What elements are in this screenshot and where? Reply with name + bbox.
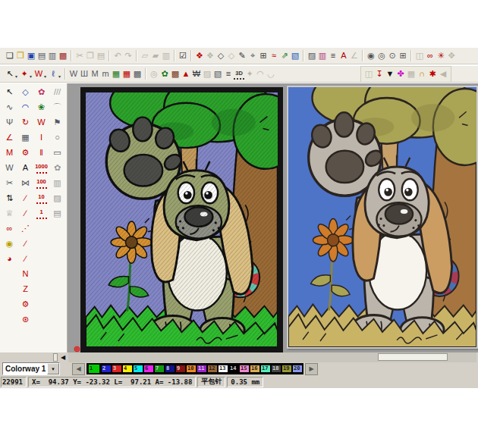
reference-artwork-image[interactable] xyxy=(288,87,476,347)
updown-travel-icon[interactable]: ⇅ xyxy=(5,192,15,205)
print-preview-icon[interactable]: ▥ xyxy=(47,49,58,62)
duplicate-pair-icon[interactable]: ✳ xyxy=(436,49,446,62)
rotate-tool-icon[interactable]: ↻ xyxy=(20,116,31,129)
scrollbar-track[interactable] xyxy=(68,352,476,362)
run-stitch-b-icon[interactable]: ∕ xyxy=(20,207,31,220)
tatami-fill-red-icon[interactable]: ▦ xyxy=(121,67,132,80)
insert-image-icon[interactable]: ▧ xyxy=(290,49,300,62)
parallel-column-icon[interactable]: ‖ xyxy=(36,146,47,159)
triple-run-icon[interactable]: ⋰ xyxy=(20,222,31,235)
chart-tool-icon[interactable]: ⇗ xyxy=(279,49,290,62)
needle-point-icon[interactable]: ↧ xyxy=(374,67,385,80)
hoop-right-icon[interactable]: ⊙ xyxy=(387,49,398,62)
contour-lines-icon[interactable]: ≡ xyxy=(223,67,234,80)
tie-off-knot-icon[interactable]: ✤ xyxy=(395,67,406,80)
run-stitch-d-icon[interactable]: ∕ xyxy=(20,252,31,265)
palette-chip-4[interactable]: 4 xyxy=(122,365,133,373)
hatch-lines-icon[interactable]: /// xyxy=(52,86,63,99)
hoop-left-icon[interactable]: ◉ xyxy=(366,49,376,62)
palette-chip-20[interactable]: 20 xyxy=(292,365,303,373)
reshape-object-icon[interactable]: ◇ xyxy=(20,86,31,99)
new-file-icon[interactable]: ❏ xyxy=(5,49,15,62)
reference-artwork-frame[interactable] xyxy=(287,86,478,349)
three-d-mode-icon[interactable]: 3D xyxy=(234,68,244,80)
zigzag-narrow-icon[interactable]: W xyxy=(68,67,79,80)
reshape-tool-dropdown-icon[interactable]: ▾ xyxy=(30,74,32,79)
design-canvas[interactable]: ⊕ xyxy=(68,83,478,352)
density-1-icon[interactable]: 1 xyxy=(36,208,47,219)
texture-fill-icon[interactable]: ▧ xyxy=(212,67,223,80)
input-stitch-dropdown-icon[interactable]: ▾ xyxy=(44,74,46,79)
mirror-tool-icon[interactable]: ⋈ xyxy=(20,177,31,190)
color-film-icon[interactable]: ✱ xyxy=(427,67,438,80)
palette-chip-18[interactable]: 18 xyxy=(271,365,281,373)
pen-tool-icon[interactable]: ✎ xyxy=(237,49,247,62)
list-panel-icon[interactable]: ▤ xyxy=(52,207,63,220)
palette-scroll-left-icon[interactable]: ◀ xyxy=(72,363,85,375)
grid-toggle-icon[interactable]: ⊞ xyxy=(258,49,269,62)
lips-shape-icon[interactable]: ∞ xyxy=(5,222,15,235)
palette-chip-6[interactable]: 6 xyxy=(143,365,154,373)
export-design-icon[interactable]: ▩ xyxy=(58,49,68,62)
gear-pair-icon[interactable]: ⚙ xyxy=(20,298,31,311)
run-stitch-a-icon[interactable]: ∕ xyxy=(20,192,31,205)
palette-chip-3[interactable]: 3 xyxy=(112,365,122,373)
mw-stitch-icon[interactable]: M xyxy=(5,146,15,159)
z-stitch-icon[interactable]: Z xyxy=(20,283,31,296)
knife-tool-icon[interactable]: ◕ xyxy=(5,252,15,265)
design-grid-icon[interactable]: ▦ xyxy=(20,131,31,144)
palette-chip-2[interactable]: 2 xyxy=(101,365,112,373)
palette-chip-7[interactable]: 7 xyxy=(154,365,165,373)
mirror-merge-icon[interactable]: ∞ xyxy=(425,49,436,62)
palette-chip-12[interactable]: 12 xyxy=(207,365,218,373)
reshape-tool-icon[interactable]: ✦ xyxy=(19,67,30,80)
palette-chip-9[interactable]: 9 xyxy=(175,365,186,373)
run-stitch-c-icon[interactable]: ∕ xyxy=(20,237,31,250)
trim-scissors-icon[interactable]: ✂ xyxy=(5,177,15,190)
leaf-stitch-icon[interactable]: ✿ xyxy=(159,67,170,80)
palette-chip-16[interactable]: 16 xyxy=(250,365,260,373)
zigzag-input-icon[interactable]: W xyxy=(36,116,47,129)
branch-tool-icon[interactable]: Ψ xyxy=(5,116,15,129)
stitch-wave-icon[interactable]: ≈ xyxy=(269,49,279,62)
palette-chip-8[interactable]: 8 xyxy=(165,365,175,373)
chevron-down-icon[interactable]: ▼ xyxy=(47,363,59,374)
palette-chip-1[interactable]: 1 xyxy=(87,363,101,374)
lettering-a-icon[interactable]: A xyxy=(20,161,31,174)
columns-gray-icon[interactable]: ▥ xyxy=(52,177,63,190)
palette-chip-14[interactable]: 14 xyxy=(228,365,239,373)
open-file-icon[interactable]: ❒ xyxy=(15,49,26,62)
scrollbar-thumb[interactable] xyxy=(378,353,448,361)
wq-stitch-icon[interactable]: W xyxy=(5,161,15,174)
hoop-center-icon[interactable]: ◎ xyxy=(376,49,387,62)
ellipse-tool-icon[interactable]: ○ xyxy=(52,131,63,144)
object-list-icon[interactable]: ≡ xyxy=(328,49,338,62)
dome-shape-icon[interactable]: ◠ xyxy=(20,101,31,114)
palette-chip-19[interactable]: 19 xyxy=(281,365,292,373)
palette-chip-15[interactable]: 15 xyxy=(239,365,250,373)
motif-fill-icon[interactable]: ▩ xyxy=(132,67,143,80)
select-tool-dropdown-icon[interactable]: ▾ xyxy=(15,74,17,79)
column-input-icon[interactable]: I xyxy=(36,131,47,144)
n-stitch-icon[interactable]: N xyxy=(20,268,31,280)
diagonal-fill-icon[interactable]: ▨ xyxy=(52,192,63,205)
palette-chip-13[interactable]: 13 xyxy=(218,365,228,373)
thread-colors-icon[interactable]: ▥ xyxy=(317,49,328,62)
colorway-select[interactable]: Colorway 1 ▼ xyxy=(2,362,60,375)
hoop-layout-icon[interactable]: ⊞ xyxy=(398,49,408,62)
freehand-select-icon[interactable]: ∿ xyxy=(5,101,15,114)
stitched-design-image[interactable] xyxy=(86,92,278,347)
angle-stitch-icon[interactable]: ∠ xyxy=(5,131,15,144)
palette-scroll-right-icon[interactable]: ▶ xyxy=(305,363,318,375)
outline-shape-icon[interactable]: ◇ xyxy=(215,49,226,62)
arc-tool-icon[interactable]: ⌒ xyxy=(52,101,63,114)
select-tool-icon[interactable]: ↖ xyxy=(5,67,15,80)
zigzag-wide-icon[interactable]: Ш xyxy=(79,67,90,80)
gear-wheel-icon[interactable]: ⊛ xyxy=(20,313,31,326)
palette-chip-11[interactable]: 11 xyxy=(197,365,207,373)
palette-chip-10[interactable]: 10 xyxy=(186,365,197,373)
line-tool-dropdown-icon[interactable]: ▾ xyxy=(58,74,61,79)
unlock-design-icon[interactable]: ∩ xyxy=(417,67,427,80)
bitmap-tool-icon[interactable]: ▨ xyxy=(307,49,317,62)
stitch-fill-red-icon[interactable]: ❖ xyxy=(194,49,205,62)
